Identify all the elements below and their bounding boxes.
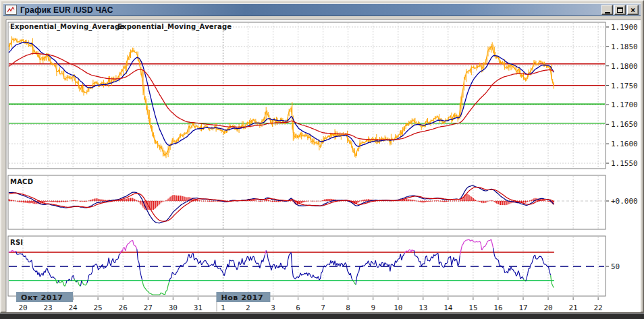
rsi-midline-value: 50 (611, 262, 620, 271)
price-tick-label: 1.1900 (611, 23, 638, 32)
close-icon: × (630, 7, 635, 13)
date-label: 22 (593, 303, 602, 312)
maximize-icon (617, 7, 623, 13)
date-label: 25 (93, 303, 102, 312)
date-label: 20 (18, 303, 27, 312)
date-label: 16 (493, 303, 502, 312)
window-title: График EUR /USD ЧАС (20, 5, 113, 15)
close-button[interactable]: × (627, 5, 639, 15)
date-label: 14 (444, 303, 453, 312)
ema-fast-label: Exponential_Moving_Average (10, 23, 124, 31)
date-label: 20 (543, 303, 552, 312)
month-badge-label: Нов 2017 (221, 293, 263, 302)
date-label: 13 (419, 303, 427, 312)
chart-window: График EUR /USD ЧАС × 1.19001.18501.1800… (0, 0, 644, 313)
date-label: 8 (346, 303, 350, 312)
price-tick-label: 1.1850 (611, 42, 638, 51)
minimize-button[interactable] (601, 5, 613, 15)
date-label: 26 (119, 303, 128, 312)
macd-zero-value: +0.000 (611, 197, 638, 206)
chart-icon (5, 5, 17, 15)
chart-icon-glyph (7, 7, 15, 13)
window-controls: × (601, 5, 639, 15)
chart-generated-content: 1.19001.18501.18001.17501.17001.16501.16… (6, 20, 641, 312)
date-label: 3 (271, 303, 275, 312)
rsi-label: RSI (10, 239, 23, 246)
date-label: 31 (194, 303, 203, 312)
date-label: 23 (43, 303, 52, 312)
price-tick-label: 1.1700 (611, 100, 638, 109)
date-label: 17 (518, 303, 527, 312)
price-tick-label: 1.1750 (611, 82, 638, 90)
date-label: 6 (296, 303, 300, 312)
date-label: 30 (169, 303, 178, 312)
date-label: 21 (568, 303, 577, 312)
date-label: 7 (321, 303, 325, 312)
macd-label: MACD (10, 178, 33, 185)
date-label: 27 (144, 303, 153, 312)
price-tick-label: 1.1600 (611, 140, 638, 148)
date-label: 10 (394, 303, 402, 312)
maximize-button[interactable] (614, 5, 626, 15)
price-tick-label: 1.1650 (611, 120, 638, 129)
desktop-strip (0, 313, 644, 319)
date-label: 15 (468, 303, 477, 312)
date-label: 9 (371, 303, 375, 312)
chart-area: 1.19001.18501.18001.17501.17001.16501.16… (5, 19, 641, 313)
month-badge-label: Окт 2017 (21, 293, 63, 302)
price-tick-label: 1.1550 (611, 159, 638, 168)
price-tick-label: 1.1800 (611, 62, 638, 71)
date-label: 1 (221, 303, 225, 312)
minimize-icon (605, 12, 610, 13)
chart-canvas[interactable]: 1.19001.18501.18001.17501.17001.16501.16… (5, 19, 641, 313)
date-label: 24 (68, 303, 78, 312)
date-label: 2 (246, 303, 250, 312)
titlebar[interactable]: График EUR /USD ЧАС × (3, 3, 641, 16)
ema-slow-label: Exponential_Moving_Average (117, 23, 232, 31)
